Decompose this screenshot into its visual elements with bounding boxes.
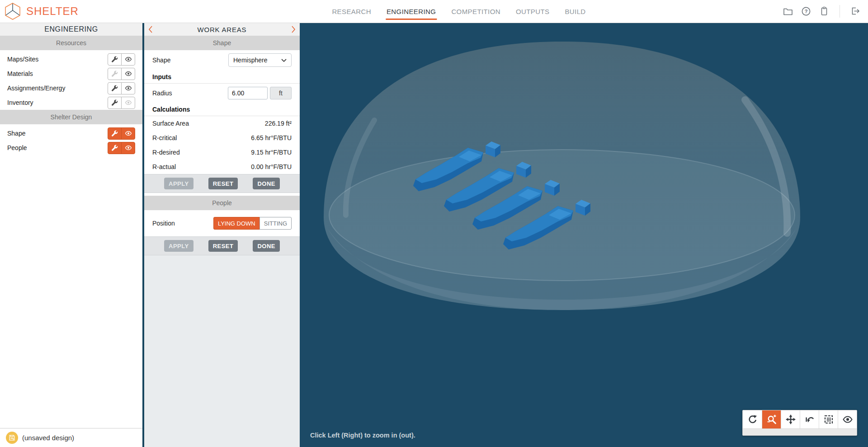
topbar-divider xyxy=(840,5,840,18)
position-option-lying-down[interactable]: LYING DOWN xyxy=(213,217,260,230)
sidebar-item-inventory: Inventory xyxy=(0,95,142,110)
eye-icon xyxy=(125,57,131,61)
unsaved-design-label: (unsaved design) xyxy=(22,434,74,442)
resources-rows: Maps/Sites Materials Assignments/Energy xyxy=(0,50,142,110)
eye-icon xyxy=(125,86,131,90)
scene-viewport[interactable]: Click Left (Right) to zoom in (out). xyxy=(300,23,868,447)
tab-engineering[interactable]: ENGINEERING xyxy=(387,0,436,23)
reset-view-button[interactable] xyxy=(800,410,819,428)
radius-field-label: Radius xyxy=(152,89,172,97)
wrench-button xyxy=(108,68,122,80)
rotate-tool-button[interactable] xyxy=(743,410,762,428)
clipboard-icon[interactable] xyxy=(819,6,830,17)
zoom-tool-button[interactable] xyxy=(762,410,781,428)
chevron-down-icon xyxy=(281,59,287,62)
shape-section-header: Shape xyxy=(144,36,300,50)
work-areas-title: WORK AREAS xyxy=(198,26,247,33)
eye-button[interactable] xyxy=(121,68,135,80)
chevron-left-icon[interactable] xyxy=(146,23,155,36)
shape-section-body: Shape Hemisphere Inputs Radius ft Calcul… xyxy=(144,50,300,174)
reset-button[interactable]: RESET xyxy=(208,178,238,189)
visibility-button[interactable] xyxy=(838,410,857,428)
position-toggle: LYING DOWN SITTING xyxy=(213,217,292,230)
sidebar-item-shape: Shape xyxy=(0,126,142,141)
sidebar-title: ENGINEERING xyxy=(0,23,142,36)
sidebar-item-assignments-energy: Assignments/Energy xyxy=(0,81,142,95)
rotate-icon xyxy=(750,415,757,423)
main-nav: RESEARCH ENGINEERING COMPETITION OUTPUTS… xyxy=(332,0,585,23)
wrench-button[interactable] xyxy=(108,97,122,109)
section-shelter-design: Shelter Design xyxy=(0,110,142,124)
app-logo: SHELTER xyxy=(0,2,79,20)
wrench-button[interactable] xyxy=(108,82,122,94)
viewport-toolbar xyxy=(742,410,857,436)
position-option-sitting[interactable]: SITTING xyxy=(259,217,292,230)
position-field-label: Position xyxy=(152,220,175,227)
cube-logo-icon xyxy=(4,2,22,20)
help-icon[interactable] xyxy=(801,6,811,17)
sidebar-item-maps-sites: Maps/Sites xyxy=(0,52,142,66)
tab-build[interactable]: BUILD xyxy=(565,0,585,23)
tab-research[interactable]: RESEARCH xyxy=(332,0,371,23)
toolbar-slider-track[interactable] xyxy=(743,428,857,435)
pan-icon xyxy=(786,414,796,424)
topbar-actions xyxy=(783,5,868,18)
eye-button[interactable] xyxy=(121,127,135,140)
eye-icon xyxy=(125,72,131,76)
calc-value: 0.00 hr°F/BTU xyxy=(251,163,292,170)
inputs-header: Inputs xyxy=(144,70,300,84)
save-floppy-icon[interactable] xyxy=(6,432,18,444)
calculations-list: Surface Area 226.19 ft² R-critical 6.65 … xyxy=(144,116,300,174)
reset-button[interactable]: RESET xyxy=(208,240,238,252)
app-title: SHELTER xyxy=(26,5,79,18)
shape-button-bar: APPLY RESET DONE xyxy=(144,174,300,193)
eye-button[interactable] xyxy=(121,53,135,66)
calc-row-r-desired: R-desired 9.15 hr°F/BTU xyxy=(144,145,300,160)
section-resources: Resources xyxy=(0,36,142,50)
work-areas-header: WORK AREAS xyxy=(144,23,300,36)
frame-select-button[interactable] xyxy=(819,410,838,428)
eye-button[interactable] xyxy=(121,142,135,154)
shape-field-label: Shape xyxy=(152,56,170,64)
people-section-body: Position LYING DOWN SITTING xyxy=(144,210,300,236)
exit-icon[interactable] xyxy=(850,6,861,17)
chevron-right-icon[interactable] xyxy=(289,23,298,36)
apply-button: APPLY xyxy=(164,240,193,252)
shape-select[interactable]: Hemisphere xyxy=(228,53,292,67)
reset-view-icon xyxy=(806,418,813,423)
eye-button xyxy=(121,97,135,109)
calc-value: 6.65 hr°F/BTU xyxy=(251,134,292,141)
hemisphere-scene xyxy=(300,23,868,447)
radius-field-row: Radius ft xyxy=(144,84,300,103)
apply-button: APPLY xyxy=(164,178,193,189)
done-button[interactable]: DONE xyxy=(253,178,280,189)
sidebar-item-people: People xyxy=(0,141,142,155)
position-field-row: Position LYING DOWN SITTING xyxy=(144,210,300,236)
zoom-icon xyxy=(767,415,776,423)
visibility-eye-icon xyxy=(843,416,852,422)
tab-outputs[interactable]: OUTPUTS xyxy=(516,0,549,23)
radius-unit-badge: ft xyxy=(270,87,292,99)
wrench-icon xyxy=(112,145,118,151)
engineering-sidebar: ENGINEERING Resources Maps/Sites Materia… xyxy=(0,23,142,447)
eye-button[interactable] xyxy=(121,82,135,94)
pan-tool-button[interactable] xyxy=(781,410,800,428)
frame-select-icon xyxy=(825,416,832,423)
calc-row-r-actual: R-actual 0.00 hr°F/BTU xyxy=(144,160,300,174)
calc-value: 226.19 ft² xyxy=(265,120,292,127)
sidebar-item-materials: Materials xyxy=(0,66,142,81)
wrench-button[interactable] xyxy=(108,142,122,154)
calc-value: 9.15 hr°F/BTU xyxy=(251,149,292,156)
tab-competition[interactable]: COMPETITION xyxy=(451,0,500,23)
wrench-button[interactable] xyxy=(108,53,122,66)
radius-input[interactable] xyxy=(228,87,268,99)
wrench-icon xyxy=(112,130,118,136)
wrench-button[interactable] xyxy=(108,127,122,140)
calc-row-r-critical: R-critical 6.65 hr°F/BTU xyxy=(144,131,300,145)
wrench-icon xyxy=(112,99,118,105)
folder-icon[interactable] xyxy=(783,6,793,17)
top-bar: SHELTER RESEARCH ENGINEERING COMPETITION… xyxy=(0,0,868,23)
done-button[interactable]: DONE xyxy=(253,240,280,252)
shape-select-value: Hemisphere xyxy=(233,56,267,64)
calculations-header: Calculations xyxy=(144,103,300,116)
